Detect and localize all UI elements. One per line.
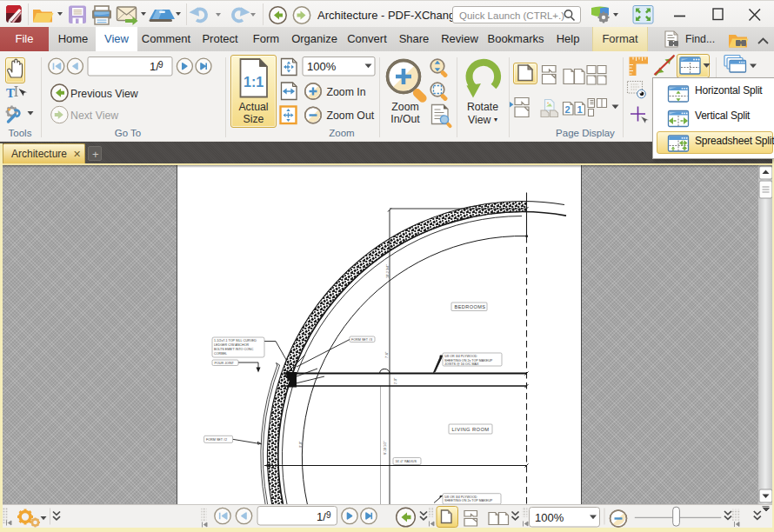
svg-text:LEDGER C/W ANCHOR: LEDGER C/W ANCHOR bbox=[214, 343, 249, 347]
svg-text:9: 9 bbox=[158, 60, 163, 70]
svg-text:POUR JOINT: POUR JOINT bbox=[215, 362, 235, 365]
svg-text:100%: 100% bbox=[535, 511, 564, 524]
svg-text:5/8 OR 3/4 PLYWOOD: 5/8 OR 3/4 PLYWOOD bbox=[444, 495, 477, 499]
svg-text:16'-0" RADIUS: 16'-0" RADIUS bbox=[396, 460, 417, 463]
svg-text:JOISTS @ 16 O/C MAX: JOISTS @ 16 O/C MAX bbox=[444, 362, 479, 366]
svg-text:1: 1 bbox=[577, 104, 583, 115]
svg-text:2: 2 bbox=[565, 104, 570, 115]
svg-text:1-1/2x7-1 TOP SILL CURVED: 1-1/2x7-1 TOP SILL CURVED bbox=[214, 339, 257, 342]
svg-text:1/: 1/ bbox=[317, 510, 326, 523]
svg-text:FORM SET #3: FORM SET #3 bbox=[351, 338, 372, 342]
svg-text:SHEETING ON 2x TOP MAKEUP: SHEETING ON 2x TOP MAKEUP bbox=[444, 359, 493, 362]
svg-text:LIVING ROOM: LIVING ROOM bbox=[452, 427, 490, 432]
svg-text:CORBEL: CORBEL bbox=[214, 352, 227, 356]
svg-text:T: T bbox=[6, 86, 15, 100]
svg-text:2'-0": 2'-0" bbox=[394, 377, 397, 384]
svg-text:10'-2 3/4": 10'-2 3/4" bbox=[386, 264, 390, 278]
svg-text:FORM SET #2: FORM SET #2 bbox=[206, 438, 227, 442]
svg-text:BEDROOMS: BEDROOMS bbox=[455, 304, 486, 309]
svg-text:7'-6": 7'-6" bbox=[385, 351, 389, 358]
svg-text:1:1: 1:1 bbox=[244, 75, 264, 90]
svg-text:100%: 100% bbox=[307, 60, 337, 73]
svg-text:BOLTS EMB'T INTO CONC: BOLTS EMB'T INTO CONC bbox=[214, 348, 254, 351]
svg-text:9'-0": 9'-0" bbox=[299, 441, 303, 448]
svg-text:8'-10 1/2": 8'-10 1/2" bbox=[384, 441, 387, 455]
svg-text:5/8 OR 3/4 PLYWOOD: 5/8 OR 3/4 PLYWOOD bbox=[444, 355, 477, 358]
svg-text:SHEETING ON 2x TOP MAKEUP: SHEETING ON 2x TOP MAKEUP bbox=[444, 499, 493, 502]
svg-text:9: 9 bbox=[326, 510, 331, 520]
